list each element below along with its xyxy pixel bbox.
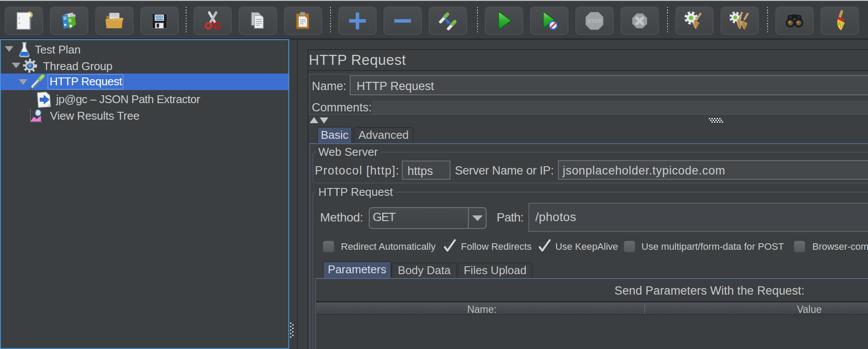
svg-text:STOP: STOP xyxy=(587,18,602,24)
